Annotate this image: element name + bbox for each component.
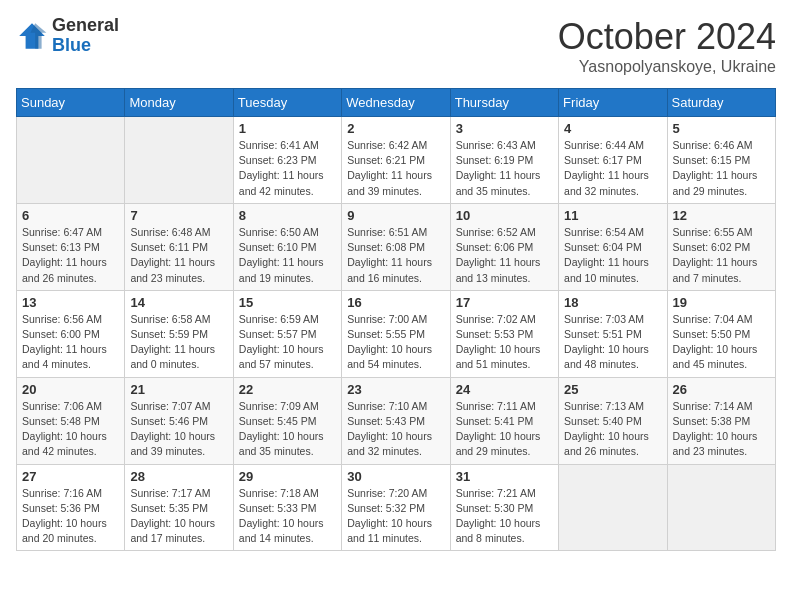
day-number: 6 [22, 208, 119, 223]
day-detail: Sunrise: 6:54 AMSunset: 6:04 PMDaylight:… [564, 225, 661, 286]
day-number: 2 [347, 121, 444, 136]
page-header: General Blue October 2024 Yasnopolyansko… [16, 16, 776, 76]
day-detail: Sunrise: 7:20 AMSunset: 5:32 PMDaylight:… [347, 486, 444, 547]
calendar-cell: 20Sunrise: 7:06 AMSunset: 5:48 PMDayligh… [17, 377, 125, 464]
day-number: 3 [456, 121, 553, 136]
day-number: 9 [347, 208, 444, 223]
day-number: 29 [239, 469, 336, 484]
day-detail: Sunrise: 6:58 AMSunset: 5:59 PMDaylight:… [130, 312, 227, 373]
calendar-table: SundayMondayTuesdayWednesdayThursdayFrid… [16, 88, 776, 551]
day-number: 30 [347, 469, 444, 484]
title-block: October 2024 Yasnopolyanskoye, Ukraine [558, 16, 776, 76]
day-number: 25 [564, 382, 661, 397]
logo-general: General [52, 16, 119, 36]
calendar-cell: 30Sunrise: 7:20 AMSunset: 5:32 PMDayligh… [342, 464, 450, 551]
day-detail: Sunrise: 6:43 AMSunset: 6:19 PMDaylight:… [456, 138, 553, 199]
calendar-cell [559, 464, 667, 551]
week-row-1: 6Sunrise: 6:47 AMSunset: 6:13 PMDaylight… [17, 203, 776, 290]
day-detail: Sunrise: 6:50 AMSunset: 6:10 PMDaylight:… [239, 225, 336, 286]
day-detail: Sunrise: 6:44 AMSunset: 6:17 PMDaylight:… [564, 138, 661, 199]
calendar-cell: 29Sunrise: 7:18 AMSunset: 5:33 PMDayligh… [233, 464, 341, 551]
calendar-cell [125, 117, 233, 204]
calendar-cell: 11Sunrise: 6:54 AMSunset: 6:04 PMDayligh… [559, 203, 667, 290]
day-detail: Sunrise: 6:47 AMSunset: 6:13 PMDaylight:… [22, 225, 119, 286]
logo-text: General Blue [52, 16, 119, 56]
weekday-header-tuesday: Tuesday [233, 89, 341, 117]
weekday-header-row: SundayMondayTuesdayWednesdayThursdayFrid… [17, 89, 776, 117]
day-detail: Sunrise: 7:09 AMSunset: 5:45 PMDaylight:… [239, 399, 336, 460]
day-detail: Sunrise: 6:41 AMSunset: 6:23 PMDaylight:… [239, 138, 336, 199]
calendar-cell: 6Sunrise: 6:47 AMSunset: 6:13 PMDaylight… [17, 203, 125, 290]
weekday-header-friday: Friday [559, 89, 667, 117]
calendar-cell: 19Sunrise: 7:04 AMSunset: 5:50 PMDayligh… [667, 290, 775, 377]
day-number: 17 [456, 295, 553, 310]
day-number: 31 [456, 469, 553, 484]
day-detail: Sunrise: 7:17 AMSunset: 5:35 PMDaylight:… [130, 486, 227, 547]
calendar-cell: 28Sunrise: 7:17 AMSunset: 5:35 PMDayligh… [125, 464, 233, 551]
weekday-header-sunday: Sunday [17, 89, 125, 117]
day-number: 11 [564, 208, 661, 223]
calendar-cell [17, 117, 125, 204]
calendar-cell: 9Sunrise: 6:51 AMSunset: 6:08 PMDaylight… [342, 203, 450, 290]
day-detail: Sunrise: 7:14 AMSunset: 5:38 PMDaylight:… [673, 399, 770, 460]
day-detail: Sunrise: 7:13 AMSunset: 5:40 PMDaylight:… [564, 399, 661, 460]
day-detail: Sunrise: 6:56 AMSunset: 6:00 PMDaylight:… [22, 312, 119, 373]
day-number: 22 [239, 382, 336, 397]
calendar-cell: 24Sunrise: 7:11 AMSunset: 5:41 PMDayligh… [450, 377, 558, 464]
day-detail: Sunrise: 6:59 AMSunset: 5:57 PMDaylight:… [239, 312, 336, 373]
week-row-2: 13Sunrise: 6:56 AMSunset: 6:00 PMDayligh… [17, 290, 776, 377]
day-number: 1 [239, 121, 336, 136]
day-detail: Sunrise: 6:48 AMSunset: 6:11 PMDaylight:… [130, 225, 227, 286]
day-number: 21 [130, 382, 227, 397]
calendar-cell: 12Sunrise: 6:55 AMSunset: 6:02 PMDayligh… [667, 203, 775, 290]
calendar-cell: 21Sunrise: 7:07 AMSunset: 5:46 PMDayligh… [125, 377, 233, 464]
day-detail: Sunrise: 7:18 AMSunset: 5:33 PMDaylight:… [239, 486, 336, 547]
day-detail: Sunrise: 6:51 AMSunset: 6:08 PMDaylight:… [347, 225, 444, 286]
weekday-header-wednesday: Wednesday [342, 89, 450, 117]
day-number: 13 [22, 295, 119, 310]
calendar-cell: 5Sunrise: 6:46 AMSunset: 6:15 PMDaylight… [667, 117, 775, 204]
calendar-cell: 23Sunrise: 7:10 AMSunset: 5:43 PMDayligh… [342, 377, 450, 464]
calendar-cell: 18Sunrise: 7:03 AMSunset: 5:51 PMDayligh… [559, 290, 667, 377]
location: Yasnopolyanskoye, Ukraine [558, 58, 776, 76]
month-title: October 2024 [558, 16, 776, 58]
week-row-3: 20Sunrise: 7:06 AMSunset: 5:48 PMDayligh… [17, 377, 776, 464]
calendar-cell: 1Sunrise: 6:41 AMSunset: 6:23 PMDaylight… [233, 117, 341, 204]
day-detail: Sunrise: 7:21 AMSunset: 5:30 PMDaylight:… [456, 486, 553, 547]
calendar-cell: 7Sunrise: 6:48 AMSunset: 6:11 PMDaylight… [125, 203, 233, 290]
calendar-cell: 31Sunrise: 7:21 AMSunset: 5:30 PMDayligh… [450, 464, 558, 551]
day-detail: Sunrise: 6:46 AMSunset: 6:15 PMDaylight:… [673, 138, 770, 199]
calendar-cell: 16Sunrise: 7:00 AMSunset: 5:55 PMDayligh… [342, 290, 450, 377]
day-number: 10 [456, 208, 553, 223]
day-detail: Sunrise: 7:10 AMSunset: 5:43 PMDaylight:… [347, 399, 444, 460]
calendar-cell: 4Sunrise: 6:44 AMSunset: 6:17 PMDaylight… [559, 117, 667, 204]
day-number: 4 [564, 121, 661, 136]
day-number: 14 [130, 295, 227, 310]
day-number: 8 [239, 208, 336, 223]
day-number: 16 [347, 295, 444, 310]
day-detail: Sunrise: 7:03 AMSunset: 5:51 PMDaylight:… [564, 312, 661, 373]
calendar-cell: 14Sunrise: 6:58 AMSunset: 5:59 PMDayligh… [125, 290, 233, 377]
day-number: 27 [22, 469, 119, 484]
calendar-cell: 8Sunrise: 6:50 AMSunset: 6:10 PMDaylight… [233, 203, 341, 290]
logo-icon [16, 20, 48, 52]
day-number: 7 [130, 208, 227, 223]
calendar-cell: 2Sunrise: 6:42 AMSunset: 6:21 PMDaylight… [342, 117, 450, 204]
day-number: 23 [347, 382, 444, 397]
day-number: 12 [673, 208, 770, 223]
week-row-4: 27Sunrise: 7:16 AMSunset: 5:36 PMDayligh… [17, 464, 776, 551]
day-number: 24 [456, 382, 553, 397]
day-detail: Sunrise: 7:11 AMSunset: 5:41 PMDaylight:… [456, 399, 553, 460]
logo-blue: Blue [52, 36, 119, 56]
day-detail: Sunrise: 6:55 AMSunset: 6:02 PMDaylight:… [673, 225, 770, 286]
day-detail: Sunrise: 7:04 AMSunset: 5:50 PMDaylight:… [673, 312, 770, 373]
day-number: 18 [564, 295, 661, 310]
weekday-header-saturday: Saturday [667, 89, 775, 117]
calendar-cell [667, 464, 775, 551]
calendar-cell: 3Sunrise: 6:43 AMSunset: 6:19 PMDaylight… [450, 117, 558, 204]
day-detail: Sunrise: 6:42 AMSunset: 6:21 PMDaylight:… [347, 138, 444, 199]
week-row-0: 1Sunrise: 6:41 AMSunset: 6:23 PMDaylight… [17, 117, 776, 204]
day-detail: Sunrise: 6:52 AMSunset: 6:06 PMDaylight:… [456, 225, 553, 286]
calendar-cell: 26Sunrise: 7:14 AMSunset: 5:38 PMDayligh… [667, 377, 775, 464]
day-detail: Sunrise: 7:00 AMSunset: 5:55 PMDaylight:… [347, 312, 444, 373]
